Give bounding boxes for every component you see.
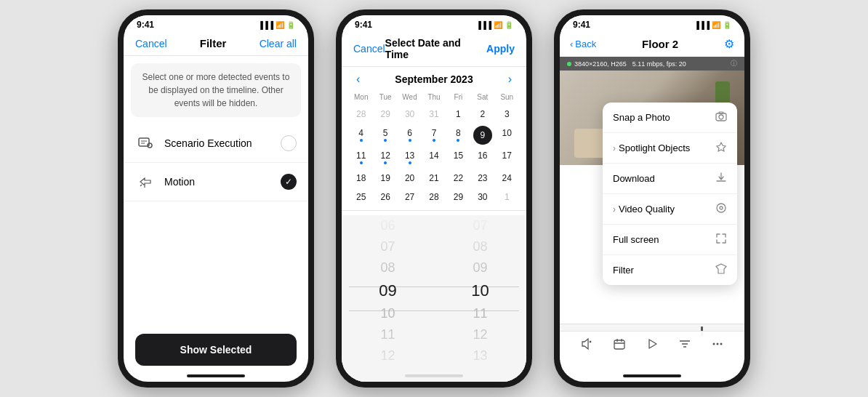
- filter-control-button[interactable]: [678, 337, 691, 354]
- cal-apply-button[interactable]: Apply: [486, 43, 515, 55]
- hour-selected: 09: [342, 278, 434, 303]
- cal-day[interactable]: 5: [373, 124, 397, 145]
- next-month-button[interactable]: ›: [508, 73, 512, 86]
- dow-mon: Mon: [349, 92, 373, 103]
- calendar-separator: [342, 210, 526, 211]
- svg-marker-9: [717, 143, 726, 151]
- status-bar-3: 9:41 ▐▐▐ 📶 🔋: [560, 15, 744, 31]
- cal-day[interactable]: 30: [398, 105, 422, 123]
- motion-filter-item[interactable]: Motion ✓: [124, 163, 308, 201]
- menu-item-download[interactable]: Download: [603, 164, 737, 194]
- cal-day[interactable]: 19: [373, 169, 397, 187]
- time-picker-cols: 06 07 08 09 10 11 12 07 08 09 10 11 12 1…: [342, 215, 526, 366]
- cal-day[interactable]: 12: [373, 147, 397, 168]
- battery-icon-2: 🔋: [505, 21, 513, 29]
- info-icon[interactable]: ⓘ: [731, 59, 737, 68]
- minutes-col[interactable]: 07 08 09 10 11 12 13: [434, 215, 526, 366]
- back-button[interactable]: ‹ Back: [570, 39, 596, 49]
- svg-point-27: [720, 343, 723, 345]
- download-menu-icon: [715, 172, 727, 185]
- cal-day-selected[interactable]: 9: [473, 126, 492, 145]
- settings-icon[interactable]: ⚙: [724, 37, 734, 51]
- status-time-3: 9:41: [573, 20, 590, 30]
- cal-day[interactable]: 23: [470, 169, 494, 187]
- camera-title: Floor 2: [642, 38, 678, 50]
- calendar-button[interactable]: [613, 337, 626, 354]
- menu-item-fullscreen[interactable]: Full screen: [603, 225, 737, 255]
- cal-day[interactable]: 2: [470, 105, 494, 123]
- video-quality-label: Video Quality: [619, 204, 715, 214]
- min-item: 08: [434, 236, 526, 257]
- motion-icon: [135, 172, 156, 192]
- more-button[interactable]: [711, 337, 724, 354]
- scenario-filter-item[interactable]: Scenario Execution: [124, 124, 308, 163]
- cal-day[interactable]: 30: [470, 188, 494, 206]
- cal-day[interactable]: 27: [398, 188, 422, 206]
- clear-all-button[interactable]: Clear all: [260, 38, 297, 49]
- cal-day[interactable]: 14: [422, 147, 446, 168]
- submenu-chevron-icon: ›: [613, 143, 616, 153]
- cal-day[interactable]: 15: [446, 147, 470, 168]
- cal-day[interactable]: 1: [446, 105, 470, 123]
- cal-day[interactable]: 28: [349, 105, 373, 123]
- status-time-2: 9:41: [355, 20, 372, 30]
- cal-day[interactable]: 21: [422, 169, 446, 187]
- motion-toggle[interactable]: ✓: [281, 174, 297, 190]
- cal-day[interactable]: 7: [422, 124, 446, 145]
- cal-day[interactable]: 11: [349, 147, 373, 168]
- cal-day[interactable]: 4: [349, 124, 373, 145]
- context-menu: Snap a Photo › Spotlight Objects: [603, 103, 737, 285]
- cal-day[interactable]: 29: [446, 188, 470, 206]
- signal-icon-3: ▐▐▐: [694, 21, 710, 29]
- cal-day[interactable]: 22: [446, 169, 470, 187]
- cal-day[interactable]: 8: [446, 124, 470, 145]
- cal-day-selected-wrapper[interactable]: 9: [470, 124, 494, 145]
- cal-day[interactable]: 3: [495, 105, 519, 123]
- dow-wed: Wed: [398, 92, 422, 103]
- hour-item: 08: [342, 257, 434, 278]
- cal-day[interactable]: 16: [470, 147, 494, 168]
- cal-cancel-button[interactable]: Cancel: [353, 43, 385, 55]
- cal-day[interactable]: 13: [398, 147, 422, 168]
- svg-point-12: [720, 206, 723, 209]
- speaker-button[interactable]: [580, 337, 593, 354]
- cal-day[interactable]: 25: [349, 188, 373, 206]
- cal-day[interactable]: 6: [398, 124, 422, 145]
- download-label: Download: [613, 173, 715, 184]
- menu-item-filter[interactable]: Filter: [603, 255, 737, 285]
- svg-point-25: [713, 343, 715, 345]
- cal-day[interactable]: 31: [422, 105, 446, 123]
- dow-sat: Sat: [470, 92, 494, 103]
- cal-day[interactable]: 24: [495, 169, 519, 187]
- battery-icon-3: 🔋: [723, 21, 731, 29]
- signal-icon-2: ▐▐▐: [476, 21, 491, 29]
- time-picker[interactable]: 06 07 08 09 10 11 12 07 08 09 10 11 12 1…: [342, 215, 526, 382]
- hours-col[interactable]: 06 07 08 09 10 11 12: [342, 215, 434, 366]
- video-quality-icon: [715, 202, 727, 216]
- cal-day[interactable]: 20: [398, 169, 422, 187]
- menu-item-snap[interactable]: Snap a Photo: [603, 103, 737, 133]
- status-bar-2: 9:41 ▐▐▐ 📶 🔋: [342, 15, 526, 31]
- cal-day[interactable]: 26: [373, 188, 397, 206]
- cal-day[interactable]: 18: [349, 169, 373, 187]
- cal-day[interactable]: 29: [373, 105, 397, 123]
- menu-item-video-quality[interactable]: › Video Quality: [603, 194, 737, 225]
- dow-sun: Sun: [495, 92, 519, 103]
- cal-day[interactable]: 1: [495, 188, 519, 206]
- scenario-label: Scenario Execution: [164, 137, 281, 149]
- cal-day[interactable]: 10: [495, 124, 519, 145]
- hour-item: 07: [342, 236, 434, 257]
- cal-day[interactable]: 28: [422, 188, 446, 206]
- prev-month-button[interactable]: ‹: [356, 73, 360, 86]
- play-button[interactable]: [646, 337, 659, 354]
- scenario-toggle[interactable]: [281, 135, 297, 151]
- show-selected-button[interactable]: Show Selected: [135, 334, 297, 366]
- menu-item-spotlight[interactable]: › Spotlight Objects: [603, 133, 737, 164]
- cal-day[interactable]: 17: [495, 147, 519, 168]
- filter-title: Filter: [200, 37, 227, 49]
- svg-line-4: [140, 185, 142, 186]
- phone1: 9:41 ▐▐▐ 📶 🔋 Cancel Filter Clear all Sel…: [118, 9, 314, 388]
- svg-marker-13: [716, 264, 726, 273]
- cancel-button[interactable]: Cancel: [135, 38, 167, 49]
- snap-photo-label: Snap a Photo: [613, 112, 715, 123]
